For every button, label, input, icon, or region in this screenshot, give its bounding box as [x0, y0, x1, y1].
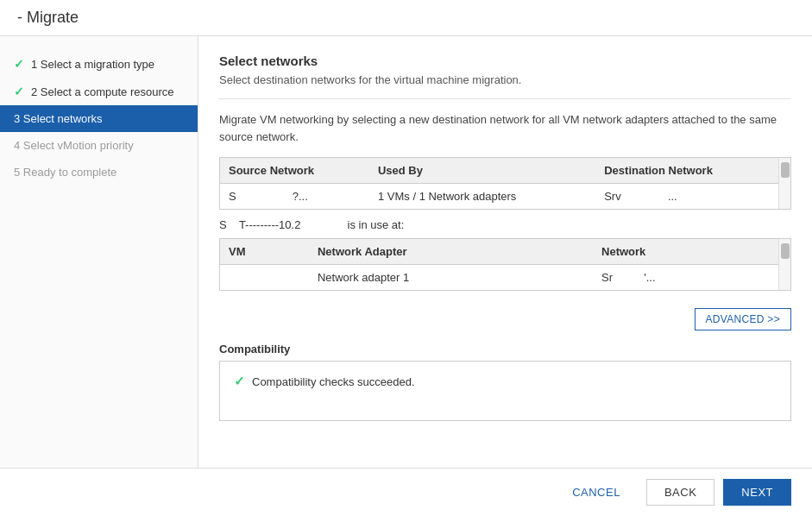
content-area: ✓ 1 Select a migration type ✓ 2 Select a…: [0, 36, 812, 468]
check-icon-step1: ✓: [14, 57, 24, 71]
sub-network-cell: Sr '...: [593, 265, 778, 291]
compatibility-label: Compatibility: [219, 343, 791, 356]
sub-section: S T---------10.2 is in use at: VM Networ…: [219, 218, 791, 299]
network-table: Source Network Used By Destination Netwo…: [219, 157, 791, 210]
sub-table: VM Network Adapter Network Network adapt…: [219, 238, 791, 291]
col-source-network: Source Network: [220, 158, 369, 184]
sidebar-item-step1[interactable]: ✓ 1 Select a migration type: [0, 50, 198, 78]
advanced-row: ADVANCED >>: [219, 308, 791, 330]
sidebar-item-step4: 4 Select vMotion priority: [0, 132, 198, 159]
sub-table-header: VM Network Adapter Network: [220, 239, 778, 265]
col-destination-network: Destination Network: [595, 158, 778, 184]
advanced-button[interactable]: ADVANCED >>: [695, 308, 791, 330]
compatibility-box: ✓ Compatibility checks succeeded.: [219, 361, 791, 421]
sidebar-item-label-step3: 3 Select networks: [14, 112, 103, 125]
destination-cell[interactable]: Srv ...: [595, 184, 778, 210]
sidebar: ✓ 1 Select a migration type ✓ 2 Select a…: [0, 36, 198, 468]
compatibility-section: Compatibility ✓ Compatibility checks suc…: [219, 343, 791, 421]
section-title: Select networks: [219, 53, 791, 68]
sub-section-title: S T---------10.2 is in use at:: [219, 218, 791, 231]
sub-vm-cell: [220, 265, 309, 291]
main-panel: Select networks Select destination netwo…: [198, 36, 812, 468]
source-network-cell: S ?...: [220, 184, 369, 210]
network-table-row: S ?... 1 VMs / 1 Network adapters Srv ..…: [220, 184, 778, 210]
col-used-by: Used By: [369, 158, 595, 184]
source-network-value: S ?...: [229, 190, 308, 203]
col-network-adapter: Network Adapter: [309, 239, 593, 265]
network-table-header: Source Network Used By Destination Netwo…: [220, 158, 778, 184]
footer: CANCEL BACK NEXT: [0, 468, 812, 516]
used-by-cell: 1 VMs / 1 Network adapters: [369, 184, 595, 210]
sidebar-item-label-step1: 1 Select a migration type: [31, 58, 154, 71]
section-desc: Select destination networks for the virt…: [219, 73, 791, 99]
sub-network-value: Sr '...: [601, 271, 655, 284]
sidebar-item-label-step5: 5 Ready to complete: [14, 166, 116, 179]
next-button[interactable]: NEXT: [723, 479, 791, 506]
compat-message: Compatibility checks succeeded.: [252, 375, 415, 388]
cancel-button[interactable]: CANCEL: [555, 480, 638, 505]
migrate-window: - Migrate ✓ 1 Select a migration type ✓ …: [0, 0, 812, 516]
sub-table-row: Network adapter 1 Sr '...: [220, 265, 778, 291]
sidebar-item-step3[interactable]: 3 Select networks: [0, 105, 198, 132]
destination-value: Srv ...: [604, 190, 677, 203]
sub-adapter-cell: Network adapter 1: [309, 265, 593, 291]
window-title: - Migrate: [17, 9, 79, 26]
network-table-scrollbar[interactable]: [778, 158, 790, 209]
compatibility-success: ✓ Compatibility checks succeeded.: [234, 374, 777, 389]
col-vm: VM: [220, 239, 309, 265]
sub-section-text: S T---------10.2 is in use at:: [219, 218, 404, 231]
sidebar-item-step2[interactable]: ✓ 2 Select a compute resource: [0, 78, 198, 105]
sidebar-item-step5: 5 Ready to complete: [0, 159, 198, 186]
check-icon-step2: ✓: [14, 85, 24, 98]
info-text: Migrate VM networking by selecting a new…: [219, 111, 791, 145]
scroll-thumb: [781, 162, 790, 178]
sidebar-item-label-step4: 4 Select vMotion priority: [14, 139, 134, 152]
sub-table-scrollbar[interactable]: [778, 239, 790, 290]
network-table-inner: Source Network Used By Destination Netwo…: [220, 158, 778, 209]
back-button[interactable]: BACK: [646, 479, 714, 506]
sidebar-item-label-step2: 2 Select a compute resource: [31, 85, 173, 98]
sub-table-inner: VM Network Adapter Network Network adapt…: [220, 239, 778, 290]
compat-check-icon: ✓: [234, 374, 245, 389]
col-network: Network: [593, 239, 778, 265]
title-bar: - Migrate: [0, 0, 812, 36]
sub-scroll-thumb: [781, 243, 790, 259]
